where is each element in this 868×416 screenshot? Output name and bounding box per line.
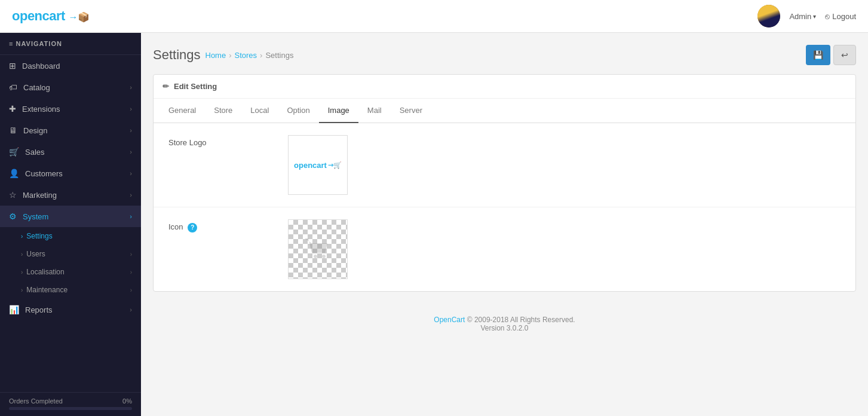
sub-dot-icon: › [21, 269, 23, 276]
sub-dot-icon: › [21, 233, 23, 240]
nav-item-left: 🖥 Design [9, 126, 47, 135]
tab-server[interactable]: Server [391, 99, 431, 123]
catalog-icon: 🏷 [9, 82, 17, 92]
card-header-label: Edit Setting [174, 82, 217, 91]
sidebar-item-label: Customers [25, 169, 63, 178]
chevron-right-icon: › [130, 191, 132, 198]
logout-label: Logout [832, 12, 856, 21]
save-button[interactable]: 💾 [806, 45, 830, 65]
top-header: opencart →︎📦 Admin ▾ ⎋ Logout [0, 0, 868, 33]
sidebar-item-reports[interactable]: 📊 Reports › [0, 299, 141, 320]
sidebar-item-label: Catalog [23, 83, 50, 92]
sidebar-sub-settings[interactable]: › Settings [0, 227, 141, 245]
chevron-right-icon: › [130, 105, 132, 112]
sidebar-item-catalog[interactable]: 🏷 Catalog › [0, 77, 141, 98]
chevron-right-icon: › [130, 84, 132, 91]
back-button[interactable]: ↩ [833, 45, 856, 65]
store-logo-label: Store Logo [168, 135, 288, 147]
sidebar-item-marketing[interactable]: ☆ Marketing › [0, 184, 141, 206]
sidebar-item-system[interactable]: ⚙ System › [0, 206, 141, 227]
sidebar-item-design[interactable]: 🖥 Design › [0, 120, 141, 141]
tab-local-label: Local [250, 106, 269, 115]
extensions-icon: ✚ [9, 104, 16, 114]
card-header: ✏ Edit Setting [154, 75, 855, 99]
page-header: Settings Home › Stores › Settings 💾 ↩ [153, 45, 856, 65]
sub-dot-icon: › [21, 287, 23, 293]
form-body: Store Logo opencart ⇾🛒 Icon [154, 123, 855, 291]
nav-item-left: ⚙ System [9, 212, 48, 221]
tab-general-label: General [168, 106, 196, 115]
opencart-logo: opencart ⇾🛒 [294, 161, 342, 170]
sidebar-item-sales[interactable]: 🛒 Sales › [0, 141, 141, 163]
avatar-inner [757, 5, 780, 27]
nav-item-left: ☆ Marketing [9, 190, 57, 200]
breadcrumb-sep: › [260, 51, 262, 60]
breadcrumb-home[interactable]: Home [206, 51, 226, 60]
chevron-right-icon: › [130, 148, 132, 155]
nav-header: ≡ NAVIGATION [0, 33, 141, 55]
tab-mail-label: Mail [367, 106, 382, 115]
cart-svg [300, 231, 336, 267]
system-icon: ⚙ [9, 212, 17, 221]
tab-general[interactable]: General [160, 99, 205, 123]
tab-option[interactable]: Option [278, 99, 318, 123]
nav-item-left: 🛒 Sales [9, 147, 45, 157]
footer-link[interactable]: OpenCart [434, 316, 465, 324]
chevron-right-icon: › [130, 213, 132, 220]
progress-area: Orders Completed 0% [0, 392, 141, 416]
tab-local[interactable]: Local [241, 99, 278, 123]
footer-version: Version 3.0.2.0 [165, 324, 844, 332]
sales-icon: 🛒 [9, 147, 19, 157]
nav-header-label: ≡ NAVIGATION [9, 40, 62, 47]
breadcrumb-sep: › [229, 51, 231, 60]
store-logo-row: Store Logo opencart ⇾🛒 [154, 123, 855, 207]
store-logo-control: opencart ⇾🛒 [288, 135, 841, 195]
breadcrumb-stores[interactable]: Stores [235, 51, 257, 60]
tab-image-label: Image [328, 106, 349, 115]
sidebar-sub-users[interactable]: › Users › [0, 245, 141, 263]
main-layout: ≡ NAVIGATION ⊞ Dashboard 🏷 Catalog › ✚ E… [0, 33, 868, 416]
sidebar-item-label: Sales [25, 148, 45, 157]
sidebar-item-label: Design [23, 126, 47, 135]
nav-item-left: ⊞ Dashboard [9, 61, 60, 71]
sidebar-sub-maintenance[interactable]: › Maintenance › [0, 281, 141, 299]
tab-image[interactable]: Image [319, 99, 358, 123]
sidebar-item-label: System [23, 212, 48, 221]
page-title-area: Settings Home › Stores › Settings [153, 47, 293, 63]
nav-item-left: 📊 Reports [9, 305, 53, 314]
icon-label: Icon ? [168, 219, 288, 233]
customers-icon: 👤 [9, 169, 19, 178]
tab-option-label: Option [287, 106, 309, 115]
nav-item-left: 🏷 Catalog [9, 82, 50, 92]
logout-button[interactable]: ⎋ Logout [825, 12, 856, 21]
nav-item-left: 👤 Customers [9, 169, 63, 178]
sidebar-item-label: Dashboard [22, 62, 60, 71]
tab-store[interactable]: Store [205, 99, 241, 123]
design-icon: 🖥 [9, 126, 17, 135]
page-title: Settings [153, 47, 201, 63]
content-footer: OpenCart © 2009-2018 All Rights Reserved… [153, 304, 856, 344]
icon-control [288, 219, 841, 279]
footer-copyright: © 2009-2018 All Rights Reserved. [467, 316, 575, 324]
settings-card: ✏ Edit Setting General Store Local Optio… [153, 74, 856, 292]
content-area: Settings Home › Stores › Settings 💾 ↩ [141, 33, 868, 416]
admin-avatar [757, 5, 780, 27]
progress-label: Orders Completed 0% [9, 397, 132, 405]
chevron-right-icon: › [130, 127, 132, 134]
store-logo-image[interactable]: opencart ⇾🛒 [288, 135, 348, 195]
tab-mail[interactable]: Mail [358, 99, 391, 123]
icon-label-text: Icon [168, 222, 183, 231]
help-icon[interactable]: ? [188, 223, 197, 233]
back-icon: ↩ [841, 50, 848, 60]
nav-item-left: ✚ Extensions [9, 104, 60, 114]
sidebar-sub-localisation[interactable]: › Localisation › [0, 263, 141, 281]
sidebar-item-dashboard[interactable]: ⊞ Dashboard [0, 55, 141, 77]
admin-dropdown[interactable]: Admin ▾ [789, 12, 816, 21]
chevron-right-icon: › [130, 251, 132, 258]
tab-server-label: Server [400, 106, 422, 115]
chevron-right-icon: › [130, 269, 132, 276]
sidebar-item-customers[interactable]: 👤 Customers › [0, 163, 141, 184]
sidebar-item-extensions[interactable]: ✚ Extensions › [0, 98, 141, 120]
breadcrumb-current: Settings [265, 51, 293, 60]
icon-image[interactable] [288, 219, 348, 279]
